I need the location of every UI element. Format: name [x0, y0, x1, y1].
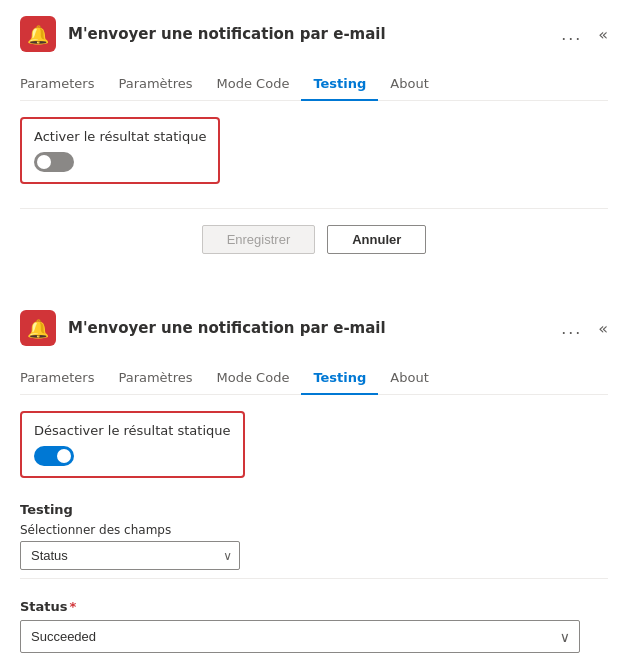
tab-card1-parametres[interactable]: Paramètres [106, 68, 204, 101]
tab-card2-modecode[interactable]: Mode Code [205, 362, 302, 395]
tab-card2-parameters[interactable]: Parameters [20, 362, 106, 395]
card-2-header-right: ... « [555, 316, 608, 341]
fields-select-wrapper: Status ∨ [20, 541, 240, 570]
tab-card2-testing[interactable]: Testing [301, 362, 378, 395]
testing-section: Testing Sélectionner des champs Status ∨ [20, 502, 608, 570]
card-2-slider [34, 446, 74, 466]
tab-card2-parametres[interactable]: Paramètres [106, 362, 204, 395]
card-1-title: M'envoyer une notification par e-mail [68, 25, 386, 43]
card-1-toggle[interactable] [34, 152, 74, 172]
tab-card1-testing[interactable]: Testing [301, 68, 378, 101]
card-1-header-right: ... « [555, 22, 608, 47]
testing-title: Testing [20, 502, 608, 517]
fields-label: Sélectionner des champs [20, 523, 608, 537]
card-1-collapse-icon[interactable]: « [598, 25, 608, 44]
divider [20, 578, 608, 579]
card-2-toggle-label: Désactiver le résultat statique [34, 423, 231, 438]
card-1: 🔔 M'envoyer une notification par e-mail … [0, 0, 628, 286]
card-2-collapse-icon[interactable]: « [598, 319, 608, 338]
card-1-button-row: Enregistrer Annuler [20, 208, 608, 270]
save-button-1[interactable]: Enregistrer [202, 225, 316, 254]
card-2-header: 🔔 M'envoyer une notification par e-mail … [20, 310, 608, 346]
card-2-toggle[interactable] [34, 446, 74, 466]
card-2: 🔔 M'envoyer une notification par e-mail … [0, 294, 628, 663]
bell-icon: 🔔 [20, 16, 56, 52]
card-2-title: M'envoyer une notification par e-mail [68, 319, 386, 337]
card-1-ellipsis-button[interactable]: ... [555, 22, 588, 47]
fields-select[interactable]: Status [20, 541, 240, 570]
card-1-slider [34, 152, 74, 172]
required-star: * [70, 599, 77, 614]
status-label: Status* [20, 599, 608, 614]
card-2-tabs: Parameters Paramètres Mode Code Testing … [20, 362, 608, 395]
card-1-toggle-box: Activer le résultat statique [20, 117, 220, 184]
tab-card1-about[interactable]: About [378, 68, 440, 101]
card-1-header: 🔔 M'envoyer une notification par e-mail … [20, 16, 608, 52]
tab-card1-modecode[interactable]: Mode Code [205, 68, 302, 101]
card-2-toggle-box: Désactiver le résultat statique [20, 411, 245, 478]
tab-card2-about[interactable]: About [378, 362, 440, 395]
status-select-wrapper: Succeeded ∨ [20, 620, 580, 653]
status-section: Status* Succeeded ∨ [20, 599, 608, 653]
cancel-button-1[interactable]: Annuler [327, 225, 426, 254]
card-1-tabs: Parameters Paramètres Mode Code Testing … [20, 68, 608, 101]
card-2-header-left: 🔔 M'envoyer une notification par e-mail [20, 310, 386, 346]
tab-card1-parameters[interactable]: Parameters [20, 68, 106, 101]
bell-icon-2: 🔔 [20, 310, 56, 346]
card-1-toggle-label: Activer le résultat statique [34, 129, 206, 144]
card-2-ellipsis-button[interactable]: ... [555, 316, 588, 341]
card-1-header-left: 🔔 M'envoyer une notification par e-mail [20, 16, 386, 52]
status-select[interactable]: Succeeded [20, 620, 580, 653]
